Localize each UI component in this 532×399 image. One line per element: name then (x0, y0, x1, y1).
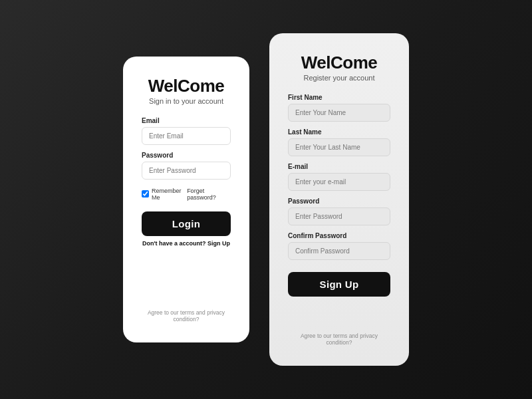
register-password-group: Password (288, 198, 390, 225)
remember-checkbox[interactable] (142, 190, 149, 198)
lastname-label: Last Name (288, 128, 390, 136)
register-terms: Agree to our terms and privacy condition… (288, 327, 390, 346)
register-password-input[interactable] (288, 207, 390, 225)
remember-label: Remember Me (152, 188, 187, 201)
confirm-password-group: Confirm Password (288, 232, 390, 260)
email-label: Email (142, 117, 231, 124)
no-account-text: Don't have a account? Sign Up (142, 240, 231, 247)
register-card: WelCome Register your account First Name… (269, 33, 409, 366)
confirm-password-label: Confirm Password (288, 232, 390, 239)
register-email-label: E-mail (288, 163, 390, 170)
register-title: WelCome (288, 53, 390, 72)
lastname-input[interactable] (288, 138, 390, 156)
firstname-input[interactable] (288, 104, 390, 122)
login-title: WelCome (142, 76, 231, 96)
login-password-input[interactable] (142, 162, 231, 180)
login-subtitle: Sign in to your account (142, 97, 231, 105)
email-group: Email (142, 117, 231, 145)
login-button[interactable]: Login (142, 211, 231, 236)
password-group: Password (142, 152, 231, 180)
lastname-group: Last Name (288, 128, 390, 156)
forgot-password-link[interactable]: Forget password? (187, 188, 231, 201)
no-account-label: Don't have a account? Sign Up (142, 240, 230, 247)
login-card: WelCome Sign in to your account Email Pa… (123, 57, 249, 342)
login-email-input[interactable] (142, 127, 231, 145)
signup-button[interactable]: Sign Up (288, 272, 390, 297)
password-label: Password (142, 152, 231, 159)
register-password-label: Password (288, 198, 390, 205)
confirm-password-input[interactable] (288, 242, 390, 260)
remember-left: Remember Me (142, 188, 187, 201)
register-email-input[interactable] (288, 173, 390, 191)
firstname-label: First Name (288, 94, 390, 101)
register-subtitle: Register your account (288, 74, 390, 82)
firstname-group: First Name (288, 94, 390, 122)
remember-row: Remember Me Forget password? (142, 188, 231, 201)
login-terms: Agree to our terms and privacy condition… (142, 304, 231, 323)
register-email-group: E-mail (288, 163, 390, 191)
